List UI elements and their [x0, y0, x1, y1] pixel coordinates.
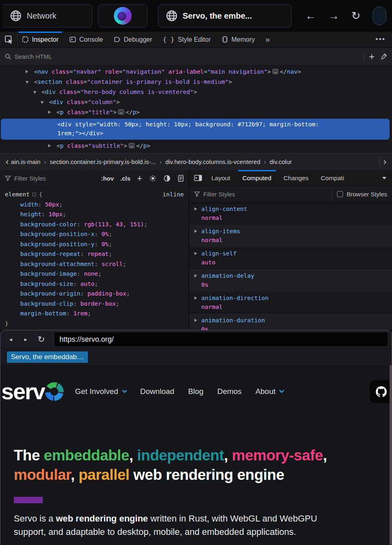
reload-icon[interactable]: ↻ — [38, 334, 45, 344]
class-toggle-button[interactable]: .cls — [120, 175, 130, 182]
github-button[interactable]: GitHub — [370, 380, 392, 403]
nav-link-download[interactable]: Download — [140, 387, 175, 396]
console-icon — [69, 36, 76, 43]
forward-icon[interactable]: → — [328, 11, 339, 21]
light-theme-icon[interactable] — [149, 175, 156, 182]
servo-logo[interactable]: serv — [1, 380, 64, 403]
tab-layout[interactable]: Layout — [205, 170, 236, 186]
css-declaration[interactable]: background-origin: padding-box; — [0, 289, 189, 299]
expand-arrow-icon[interactable] — [194, 252, 197, 255]
css-declaration[interactable]: background-repeat: repeat; — [0, 249, 189, 259]
add-node-button[interactable]: + — [369, 51, 375, 62]
expand-arrow-icon[interactable] — [194, 319, 197, 322]
rule-source-link[interactable]: inline — [163, 189, 184, 200]
browser-tab-servo[interactable]: Servo, the embe... — [158, 4, 292, 28]
nav-link-demos[interactable]: Demos — [217, 387, 241, 396]
computed-property-row[interactable]: align-selfauto — [189, 247, 392, 269]
breadcrumb-scroll-left-icon[interactable]: ‹ — [3, 158, 11, 166]
tab-changes[interactable]: Changes — [277, 170, 315, 186]
css-declaration[interactable]: height: 10px; — [0, 209, 189, 219]
computed-filter-input[interactable] — [203, 191, 327, 198]
overflow-tabs-chevron[interactable]: » — [265, 35, 269, 44]
css-declaration[interactable]: background-attachment: scroll; — [0, 259, 189, 269]
url-input[interactable] — [55, 332, 388, 346]
devtools-menu-icon[interactable]: ••• — [375, 35, 392, 44]
css-declaration[interactable]: margin-bottom: 1rem; — [0, 309, 189, 319]
markup-node[interactable]: <div class="column"> — [0, 97, 392, 107]
expand-arrow-icon[interactable] — [48, 144, 51, 147]
expand-arrow-icon[interactable] — [194, 207, 197, 211]
browser-tab-network[interactable]: Network — [2, 4, 92, 28]
markup-node[interactable]: <section class="container is-primary is-… — [0, 77, 392, 87]
github-icon — [376, 386, 387, 397]
expand-arrow-icon[interactable] — [48, 111, 51, 114]
markup-node[interactable]: <div class="hero-body columns is-vcenter… — [0, 87, 392, 97]
computed-property-row[interactable]: align-itemsnormal — [189, 225, 392, 247]
computed-property-row[interactable]: animation-directionnormal — [189, 292, 392, 314]
back-icon[interactable]: ◂ — [9, 336, 12, 343]
tab-computed[interactable]: Computed — [236, 170, 278, 186]
expand-arrow-icon[interactable] — [194, 296, 197, 300]
browser-styles-checkbox[interactable] — [337, 191, 343, 197]
computed-property-row[interactable]: animation-duration0s — [189, 314, 392, 330]
collapse-arrow-icon[interactable] — [33, 91, 36, 94]
computed-property-row[interactable]: align-contentnormal — [189, 202, 392, 225]
tab-memory[interactable]: Memory — [222, 32, 255, 47]
filter-icon — [5, 175, 11, 181]
add-rule-button[interactable]: + — [137, 173, 142, 184]
filter-styles-input[interactable] — [14, 175, 94, 182]
rule-selector[interactable]: element — [5, 191, 30, 198]
markup-node[interactable]: <p class="subtitle">…</p> — [0, 141, 392, 151]
tab-compatibility[interactable]: Compati — [315, 170, 349, 186]
nav-link-get-involved[interactable]: Get Involved — [75, 387, 126, 396]
css-declaration[interactable]: background-image: none; — [0, 269, 189, 279]
browser-tab-firefox[interactable] — [98, 4, 147, 28]
rules-view: element{ inline width: 50px;height: 10px… — [0, 187, 189, 330]
inspector-icon — [22, 36, 29, 43]
tab-style-editor[interactable]: { } Style Editor — [163, 32, 211, 47]
tab-inspector[interactable]: Inspector — [22, 32, 59, 47]
expand-arrow-icon[interactable] — [26, 70, 28, 73]
page-tab[interactable]: Servo, the embeddab… — [7, 351, 88, 363]
css-declaration[interactable]: background-position-x: 0%; — [0, 229, 189, 239]
element-highlight-icon[interactable] — [32, 192, 36, 197]
nav-link-blog[interactable]: Blog — [188, 387, 203, 396]
forward-icon[interactable]: ▸ — [24, 336, 27, 343]
css-declaration[interactable]: background-color: rgb(113, 43, 151); — [0, 219, 189, 230]
computed-property-row[interactable]: animation-delay0s — [189, 269, 392, 292]
markup-node[interactable]: </div> — [0, 151, 392, 153]
computed-filter-row: Browser Styles — [189, 186, 392, 202]
pseudo-class-button[interactable]: :hov — [101, 175, 114, 182]
breadcrumb-scroll-right-icon[interactable]: › — [379, 158, 389, 166]
markup-node[interactable]: <nav class="navbar" role="navigation" ar… — [0, 67, 392, 77]
css-declaration[interactable]: background-size: auto; — [0, 279, 189, 289]
dark-theme-icon[interactable] — [164, 175, 170, 182]
back-icon[interactable]: ← — [305, 11, 316, 21]
css-declaration[interactable]: background-clip: border-box; — [0, 299, 189, 309]
style-editor-icon: { } — [163, 36, 175, 43]
nav-link-about[interactable]: About — [256, 387, 284, 396]
profile-avatar[interactable] — [373, 6, 386, 25]
breadcrumb-item[interactable]: section.container.is-primary.is-bold.is-… — [50, 158, 156, 165]
print-simulation-icon[interactable] — [178, 175, 184, 182]
search-html-input[interactable] — [15, 53, 359, 60]
expand-arrow-icon[interactable] — [194, 274, 197, 277]
breadcrumb-item[interactable]: div.hero-body.columns.is-vcentered — [165, 158, 260, 165]
expand-arrow-icon[interactable] — [194, 230, 197, 233]
collapse-arrow-icon[interactable] — [40, 101, 44, 104]
eyedropper-icon[interactable] — [380, 53, 387, 60]
reload-icon[interactable]: ↻ — [351, 11, 360, 21]
rule-close-brace: } — [0, 319, 189, 329]
tab-console[interactable]: Console — [69, 32, 103, 47]
sidebar-tabs-dropdown-icon[interactable] — [382, 177, 386, 179]
breadcrumb-item[interactable]: div.colur — [270, 158, 292, 165]
css-declaration[interactable]: background-position-y: 0%; — [0, 239, 189, 249]
breadcrumb-item[interactable]: ain.is-main — [11, 158, 40, 165]
tab-debugger[interactable]: Debugger — [114, 32, 152, 47]
css-declaration[interactable]: width: 50px; — [0, 200, 189, 210]
collapse-arrow-icon[interactable] — [26, 81, 29, 84]
sidebar-toggle-icon[interactable] — [194, 175, 202, 181]
markup-selected-node[interactable]: <div style="width: 50px; height: 10px; b… — [1, 119, 390, 140]
pick-element-button[interactable] — [0, 32, 18, 47]
markup-node[interactable]: <p class="title">…</p> — [0, 107, 392, 117]
